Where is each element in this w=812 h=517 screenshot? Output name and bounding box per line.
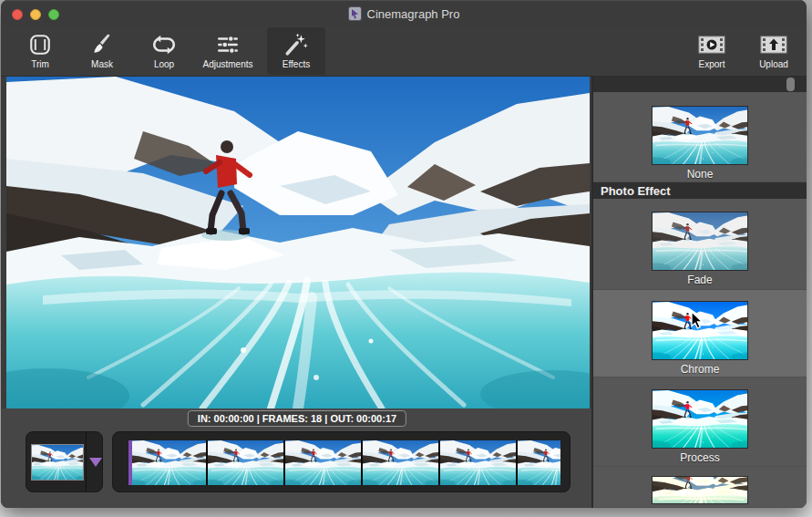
app-icon (348, 6, 362, 21)
trim-tool-button[interactable]: Trim (17, 27, 63, 75)
effect-thumbnail (652, 301, 748, 360)
effect-item-process[interactable]: Process (593, 377, 807, 467)
disclosure-triangle-icon[interactable] (89, 458, 102, 467)
filmstrip-frame[interactable] (363, 440, 440, 485)
loop-label: Loop (154, 60, 174, 69)
timeline-info-badge: IN: 00:00:00 | FRAMES: 18 | OUT: 00:00:1… (188, 410, 406, 427)
export-button[interactable]: Export (686, 27, 737, 75)
loop-tool-button[interactable]: Loop (141, 27, 187, 75)
filmstrip-frame[interactable] (440, 440, 518, 485)
trim-label: Trim (31, 60, 49, 69)
photo-effect-section-header: Photo Effect (593, 182, 807, 199)
window-title: Cinemagraph Pro (367, 7, 460, 21)
sliders-icon (215, 31, 241, 58)
adjustments-tool-button[interactable]: Adjustments (194, 27, 262, 75)
effect-thumbnail (652, 389, 748, 449)
effect-label: Fade (687, 274, 712, 286)
mask-tool-button[interactable]: Mask (79, 27, 125, 75)
upload-label: Upload (759, 60, 788, 69)
effect-item-chrome[interactable]: Chrome (593, 290, 807, 377)
video-preview-canvas[interactable] (6, 77, 590, 408)
upload-button[interactable]: Upload (748, 27, 799, 75)
effect-item-fade[interactable]: Fade (593, 199, 807, 290)
effect-thumbnail (652, 476, 748, 504)
brush-icon (90, 31, 114, 58)
effect-thumbnail (652, 106, 748, 165)
filmstrip-frame[interactable] (130, 440, 208, 485)
effect-item-none[interactable]: None (593, 92, 807, 182)
clip-thumbnail-box[interactable] (26, 431, 103, 492)
magic-wand-icon (283, 31, 309, 58)
toolbar: Trim Mask (1, 26, 807, 77)
trim-icon (28, 31, 52, 58)
title-bar: Cinemagraph Pro (1, 0, 807, 26)
upload-film-icon (759, 31, 788, 58)
filmstrip-frame[interactable] (518, 440, 560, 485)
effects-panel-top-bar (593, 77, 807, 92)
effect-item-partial[interactable] (593, 467, 807, 508)
filmstrip-frame[interactable] (208, 440, 285, 485)
clip-box-divider (86, 432, 87, 491)
filmstrip-box (112, 431, 570, 492)
effects-panel: None Photo Effect Fade Chrome Process (591, 77, 807, 508)
effects-label: Effects (283, 60, 310, 69)
scrollbar-thumb[interactable] (786, 78, 795, 91)
adjustments-label: Adjustments (202, 60, 252, 69)
effect-label: Process (680, 451, 719, 464)
effect-thumbnail (652, 212, 748, 271)
effects-tool-button[interactable]: Effects (267, 27, 325, 75)
section-header-label: Photo Effect (601, 184, 671, 198)
filmstrip-frame[interactable] (285, 440, 363, 485)
playhead-marker[interactable] (128, 440, 132, 485)
export-film-icon (697, 31, 726, 58)
export-label: Export (699, 60, 725, 69)
effect-label: Chrome (681, 363, 720, 376)
effect-label: None (687, 168, 714, 181)
timeline-bar: IN: 00:00:00 | FRAMES: 18 | OUT: 00:00:1… (1, 408, 591, 508)
loop-icon (151, 31, 177, 58)
filmstrip[interactable] (130, 440, 560, 485)
app-window: Cinemagraph Pro Trim (1, 0, 807, 508)
mask-label: Mask (91, 60, 113, 69)
clip-thumbnail (31, 444, 84, 481)
